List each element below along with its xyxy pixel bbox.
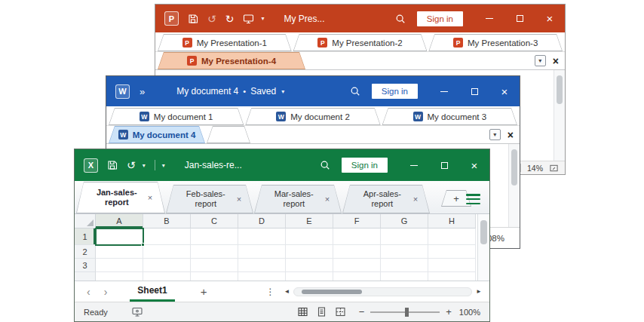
minimize-button[interactable] bbox=[429, 76, 459, 106]
vertical-scrollbar[interactable] bbox=[477, 214, 489, 281]
workbook-tab[interactable]: Feb-sales-report × bbox=[166, 185, 253, 213]
cell[interactable] bbox=[143, 259, 191, 272]
page-break-preview-icon[interactable] bbox=[336, 307, 345, 317]
start-slideshow-icon[interactable] bbox=[243, 14, 254, 24]
page-layout-view-icon[interactable] bbox=[317, 307, 327, 317]
document-tab[interactable]: P My Presentation-1 bbox=[158, 34, 292, 51]
sign-in-button[interactable]: Sign in bbox=[372, 84, 418, 99]
minimize-button[interactable] bbox=[474, 5, 504, 32]
cell[interactable] bbox=[333, 245, 381, 259]
close-tab-icon[interactable]: × bbox=[148, 193, 152, 202]
row-header[interactable]: 2 bbox=[75, 245, 96, 259]
vertical-scrollbar[interactable] bbox=[554, 70, 565, 161]
column-header[interactable]: B bbox=[143, 214, 191, 228]
cell[interactable] bbox=[381, 228, 428, 245]
horizontal-scrollbar[interactable]: ◄ ► bbox=[284, 287, 483, 296]
search-icon[interactable] bbox=[350, 86, 360, 97]
title-chevron-icon[interactable]: ▾ bbox=[281, 88, 284, 95]
column-header[interactable]: C bbox=[191, 214, 238, 228]
scrollbar-thumb[interactable] bbox=[557, 75, 563, 104]
new-sheet-button[interactable]: + bbox=[201, 285, 207, 298]
cell[interactable] bbox=[333, 259, 381, 272]
zoom-in-button[interactable]: + bbox=[446, 306, 452, 317]
cell[interactable] bbox=[238, 272, 286, 281]
scroll-left-icon[interactable]: ◄ bbox=[284, 288, 290, 295]
zoom-level[interactable]: 14% bbox=[527, 164, 543, 173]
cell[interactable] bbox=[381, 245, 428, 259]
document-tab-active[interactable]: P My Presentation-4 bbox=[158, 52, 305, 69]
cell[interactable] bbox=[286, 272, 333, 281]
save-icon[interactable] bbox=[107, 160, 118, 170]
close-tab-button[interactable]: × bbox=[508, 130, 514, 140]
cell[interactable] bbox=[191, 245, 238, 259]
previous-sheet-icon[interactable]: ‹ bbox=[87, 286, 90, 298]
column-header[interactable]: E bbox=[286, 214, 333, 228]
cell[interactable] bbox=[238, 228, 286, 245]
tab-list-dropdown-button[interactable]: ▾ bbox=[489, 129, 501, 140]
cell[interactable] bbox=[428, 272, 476, 281]
cell[interactable] bbox=[143, 228, 191, 245]
cell[interactable] bbox=[286, 228, 333, 245]
maximize-button[interactable] bbox=[504, 5, 535, 32]
cell[interactable] bbox=[333, 272, 381, 281]
cell[interactable] bbox=[191, 259, 238, 272]
cell[interactable] bbox=[143, 245, 191, 259]
cell[interactable] bbox=[96, 272, 143, 281]
quick-access-overflow-icon[interactable]: » bbox=[140, 86, 145, 97]
quick-access-chevron-icon[interactable]: ▾ bbox=[261, 15, 264, 22]
tab-menu-icon[interactable] bbox=[466, 194, 480, 204]
document-tab-active[interactable]: W My document 4 bbox=[109, 126, 205, 143]
scrollbar-thumb[interactable] bbox=[511, 149, 517, 186]
cell[interactable] bbox=[238, 259, 286, 272]
column-header[interactable]: G bbox=[381, 214, 428, 228]
cell[interactable] bbox=[238, 245, 286, 259]
column-header[interactable]: D bbox=[238, 214, 286, 228]
cell[interactable] bbox=[191, 228, 238, 245]
zoom-slider-thumb[interactable] bbox=[405, 308, 409, 317]
undo-dropdown-icon[interactable]: ▾ bbox=[143, 162, 146, 169]
fill-handle[interactable] bbox=[141, 243, 145, 247]
row-header[interactable]: 3 bbox=[75, 259, 96, 272]
document-tab[interactable]: W My document 1 bbox=[109, 108, 244, 125]
cell[interactable] bbox=[143, 272, 191, 281]
zoom-slider[interactable] bbox=[370, 311, 440, 313]
close-button[interactable]: × bbox=[459, 149, 489, 181]
close-tab-icon[interactable]: × bbox=[237, 195, 241, 204]
column-header[interactable]: H bbox=[428, 214, 476, 228]
save-status[interactable]: Saved bbox=[250, 86, 276, 97]
select-all-corner[interactable] bbox=[75, 214, 96, 228]
cell[interactable] bbox=[286, 245, 333, 259]
normal-view-icon[interactable] bbox=[298, 307, 308, 317]
close-tab-button[interactable]: × bbox=[553, 56, 559, 66]
search-icon[interactable] bbox=[320, 160, 330, 170]
vertical-scrollbar[interactable] bbox=[508, 144, 520, 227]
search-icon[interactable] bbox=[395, 14, 406, 24]
column-header[interactable]: F bbox=[333, 214, 381, 228]
sign-in-button[interactable]: Sign in bbox=[342, 158, 388, 173]
document-tab[interactable]: P My Presentation-2 bbox=[293, 34, 428, 51]
empty-tab[interactable] bbox=[207, 126, 250, 143]
sheet-tab-active[interactable]: Sheet1 bbox=[130, 281, 174, 302]
workbook-tab-active[interactable]: Jan-sales-report × bbox=[76, 182, 165, 213]
workbook-tab[interactable]: Apr-sales-report × bbox=[342, 185, 430, 213]
close-tab-icon[interactable]: × bbox=[325, 195, 330, 204]
cell[interactable] bbox=[428, 259, 476, 272]
maximize-button[interactable] bbox=[459, 76, 489, 106]
close-button[interactable]: × bbox=[489, 76, 520, 106]
scrollbar-thumb[interactable] bbox=[302, 290, 362, 294]
column-header[interactable]: A bbox=[96, 214, 143, 228]
zoom-level[interactable]: 100% bbox=[459, 308, 480, 317]
cell[interactable] bbox=[96, 259, 143, 272]
close-button[interactable]: × bbox=[535, 5, 565, 32]
document-tab[interactable]: W My document 3 bbox=[382, 108, 517, 125]
quick-access-chevron-icon[interactable]: ▾ bbox=[162, 162, 165, 169]
undo-icon[interactable]: ↺ bbox=[207, 14, 216, 24]
fit-slide-icon[interactable] bbox=[549, 164, 559, 173]
tab-list-dropdown-button[interactable]: ▾ bbox=[535, 55, 546, 66]
scroll-right-icon[interactable]: ► bbox=[476, 288, 482, 295]
undo-icon[interactable]: ↺ bbox=[127, 160, 136, 170]
scrollbar-thumb[interactable] bbox=[480, 220, 487, 244]
next-sheet-icon[interactable]: › bbox=[104, 286, 108, 298]
accessibility-icon[interactable] bbox=[132, 307, 143, 317]
minimize-button[interactable] bbox=[399, 149, 429, 181]
